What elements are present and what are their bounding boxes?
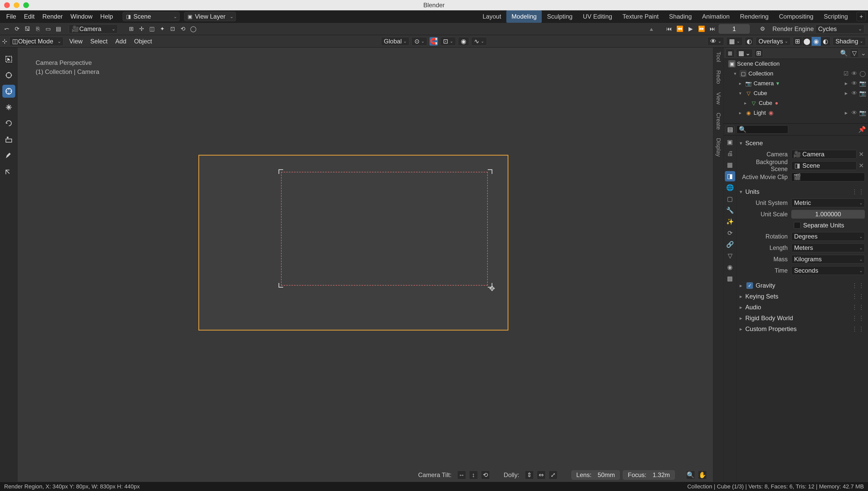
outliner-row-light[interactable]: ▸ ◉ Light ◉ ▸👁📷 <box>724 108 868 118</box>
tool-scale[interactable] <box>2 133 15 146</box>
unitsystem-dropdown[interactable]: Metric⌄ <box>791 199 865 207</box>
select-toggle[interactable]: ▸ <box>843 80 849 87</box>
dolly-horiz-icon[interactable]: ⇔ <box>537 470 546 480</box>
bgscene-prop-value[interactable]: ◨ Scene <box>791 161 857 170</box>
keying-panel-header[interactable]: ▸ Keying Sets ⋮⋮ <box>740 291 865 302</box>
proptab-physics[interactable]: ⟳ <box>725 228 735 238</box>
snap-icon-4[interactable]: ✦ <box>157 24 167 34</box>
outliner-display-mode[interactable]: ▦ ⌄ <box>736 49 753 58</box>
frame-input[interactable]: 1 <box>719 24 750 34</box>
length-dropdown[interactable]: Meters⌄ <box>791 243 865 252</box>
dolly-both-icon[interactable]: ⤢ <box>549 470 558 480</box>
tilt-horiz-icon[interactable]: ↔ <box>457 470 466 480</box>
lens-value-box[interactable]: Lens: 50mm <box>571 470 620 480</box>
focus-value-box[interactable]: Focus: 1.32m <box>623 470 675 480</box>
menu-render[interactable]: Render <box>39 11 66 22</box>
proptab-material[interactable]: ◉ <box>725 262 735 272</box>
tab-sculpting[interactable]: Sculpting <box>542 10 578 23</box>
render-region-box[interactable] <box>281 172 488 286</box>
separate-units-checkbox[interactable] <box>794 222 801 229</box>
snap-icon-3[interactable]: ◫ <box>147 24 156 34</box>
audio-panel-header[interactable]: ▸ Audio ⋮⋮ <box>740 302 865 313</box>
tilt-rotate-icon[interactable]: ⟲ <box>481 470 490 480</box>
gravity-panel-header[interactable]: ▸ ✓ Gravity ⋮⋮ <box>740 280 865 291</box>
render-toggle[interactable]: 📷 <box>859 90 866 97</box>
tool-transform[interactable] <box>2 101 15 114</box>
clip-prop-value[interactable]: 🎬 <box>791 173 865 181</box>
gear-icon[interactable]: ⚙ <box>758 24 767 34</box>
snap-icon-6[interactable]: ⟲ <box>178 24 187 34</box>
render-toggle[interactable]: 📷 <box>859 110 866 116</box>
pin-icon[interactable]: 📌 <box>858 125 866 133</box>
proptab-modifiers[interactable]: 🔧 <box>725 205 735 215</box>
proptab-output[interactable]: 🖨 <box>725 148 735 159</box>
proptab-scene[interactable]: ◨ <box>725 171 735 181</box>
tool-select-box[interactable] <box>2 53 15 66</box>
hide-toggle[interactable]: 👁 <box>851 90 858 97</box>
render-engine-dropdown[interactable]: Cycles ⌄ <box>815 24 864 34</box>
panel-menu-icon[interactable]: ⋮⋮ <box>851 282 865 289</box>
tool-move[interactable] <box>2 85 15 98</box>
mass-dropdown[interactable]: Kilograms⌄ <box>791 255 865 264</box>
disclosure-icon[interactable]: ▸ <box>739 110 745 116</box>
proptab-texture[interactable]: ▩ <box>725 273 735 284</box>
hide-toggle[interactable]: 👁 <box>851 70 858 77</box>
layer-icon[interactable]: ▤ <box>54 24 63 34</box>
proptab-object[interactable]: ▢ <box>725 194 735 204</box>
scene-panel-header[interactable]: ▾ Scene <box>740 138 865 148</box>
select-toggle[interactable]: ▸ <box>843 110 849 116</box>
playback-last-icon[interactable]: ⏭ <box>708 24 717 34</box>
select-toggle[interactable]: ▸ <box>843 90 849 97</box>
window-minimize-button[interactable] <box>14 2 19 8</box>
outliner-row-cube-data[interactable]: ▸ ▽ Cube ● <box>724 98 868 108</box>
tab-animation[interactable]: Animation <box>697 10 735 23</box>
window-maximize-button[interactable] <box>23 2 29 8</box>
hide-toggle[interactable]: 👁 <box>851 80 858 87</box>
overlay-toggle[interactable]: ◐ <box>745 37 753 46</box>
snap-icon-7[interactable]: ◯ <box>188 24 198 34</box>
tool-rotate[interactable] <box>2 117 15 130</box>
playback-first-icon[interactable]: ⏮ <box>664 24 674 34</box>
menu-file[interactable]: File <box>3 11 20 22</box>
menu-object[interactable]: Object <box>130 36 155 47</box>
unitscale-input[interactable]: 1.000000 <box>791 210 865 219</box>
menu-help[interactable]: Help <box>97 11 117 22</box>
panel-menu-icon[interactable]: ⋮⋮ <box>851 315 865 322</box>
tool-annotate[interactable] <box>2 149 15 162</box>
menu-add[interactable]: Add <box>112 36 130 47</box>
vtab-view[interactable]: View <box>714 88 723 109</box>
tab-rendering[interactable]: Rendering <box>735 10 774 23</box>
outliner-search-icon[interactable]: 🔍 <box>840 49 848 58</box>
tool-measure[interactable] <box>2 165 15 178</box>
refresh-icon[interactable]: ⟳ <box>12 24 22 34</box>
3d-viewport[interactable]: Camera Perspective (1) Collection | Came… <box>18 48 713 482</box>
pivot-dropdown[interactable]: ⊙ ⌄ <box>412 37 427 46</box>
panel-menu-icon[interactable]: ⋮⋮ <box>851 304 865 311</box>
menu-window[interactable]: Window <box>67 11 96 22</box>
clear-icon[interactable]: ✕ <box>858 150 865 159</box>
proptab-viewlayer[interactable]: ▦ <box>725 160 735 170</box>
pan-icon[interactable]: ✋ <box>698 470 707 480</box>
snap-icon-5[interactable]: ⊡ <box>168 24 177 34</box>
snap-toggle[interactable]: 🧲 <box>429 37 438 46</box>
vtab-redo[interactable]: Redo <box>714 66 723 88</box>
playback-prev-icon[interactable]: ⏪ <box>675 24 685 34</box>
add-workspace-button[interactable]: + <box>857 12 866 21</box>
proptab-particles[interactable]: ✨ <box>725 216 735 227</box>
tab-layout[interactable]: Layout <box>477 10 506 23</box>
snap-mode-dropdown[interactable]: ⊡ ⌄ <box>440 37 456 46</box>
separate-units-row[interactable]: Separate Units <box>740 220 865 231</box>
menu-select[interactable]: Select <box>87 36 111 47</box>
visibility-dropdown[interactable]: 👁⌄ <box>707 37 724 46</box>
disclosure-icon[interactable]: ▾ <box>739 90 745 96</box>
snap-icon-1[interactable]: ⊞ <box>127 24 136 34</box>
panel-menu-icon[interactable]: ⋮⋮ <box>851 188 865 195</box>
shading-rendered[interactable]: ◐ <box>821 37 830 46</box>
shading-wireframe[interactable]: ⊞ <box>793 37 802 46</box>
back-icon[interactable]: ⤺ <box>2 24 11 34</box>
overlays-dropdown[interactable]: Overlays ⌄ <box>756 37 791 46</box>
tab-uvediting[interactable]: UV Editing <box>578 10 617 23</box>
proptab-constraints[interactable]: 🔗 <box>725 239 735 250</box>
playback-play-icon[interactable]: ▶ <box>686 24 695 34</box>
proptab-render[interactable]: ▣ <box>725 137 735 147</box>
